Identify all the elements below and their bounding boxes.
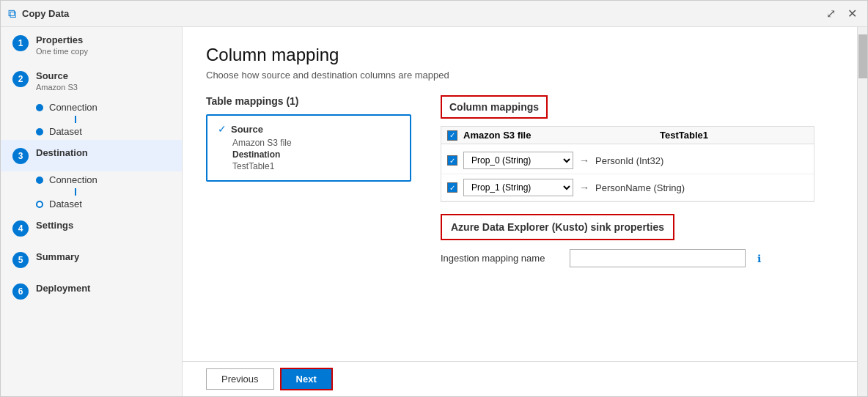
title-bar-title: Copy Data [22, 8, 69, 19]
content-area: 1 Properties One time copy 2 Source Amaz… [1, 27, 867, 396]
sidebar-subtitle-source: Amazon S3 [36, 83, 170, 92]
sidebar-item-settings[interactable]: 4 Settings [1, 212, 182, 244]
mapping-card-dest-value: TestTable1 [218, 161, 400, 171]
sidebar-label-properties: Properties [36, 34, 170, 45]
two-col-layout: Table mappings (1) ✓ Source Amazon S3 fi… [206, 95, 834, 267]
main-content: Column mapping Choose how source and des… [183, 27, 857, 361]
right-scrollbar-thumb [858, 34, 867, 78]
sidebar-item-properties[interactable]: 1 Properties One time copy [1, 27, 182, 63]
col-dest-value-0: PersonId (Int32) [595, 155, 663, 166]
col-dest-header: TestTable1 [660, 130, 708, 141]
table-mappings-section: Table mappings (1) ✓ Source Amazon S3 fi… [206, 95, 426, 267]
col-map-row-0: Prop_0 (String) → PersonId (Int32) [441, 147, 814, 174]
connector-dest [75, 188, 76, 196]
mapping-card-source-label: Source [231, 124, 263, 135]
column-mappings-header: Column mappings [441, 95, 548, 119]
sidebar-item-summary[interactable]: 5 Summary [1, 244, 182, 275]
sidebar-dest-dataset-label: Dataset [49, 198, 82, 209]
col-checkbox-1[interactable] [447, 182, 457, 193]
sink-row: Ingestion mapping name ℹ [441, 249, 834, 267]
dot-source-dataset [36, 128, 43, 136]
mapping-card[interactable]: ✓ Source Amazon S3 file Destination Test… [206, 114, 411, 182]
sidebar-number-source: 2 [12, 71, 29, 87]
col-source-select-0[interactable]: Prop_0 (String) [463, 152, 573, 169]
sidebar-number-deployment: 6 [12, 283, 29, 300]
sidebar-item-source[interactable]: 2 Source Amazon S3 [1, 63, 182, 99]
col-source-select-1[interactable]: Prop_1 (String) [463, 179, 573, 196]
col-map-header-row: Amazon S3 file TestTable1 [441, 127, 814, 144]
sidebar-number-summary: 5 [12, 252, 29, 268]
dot-source-connection [36, 104, 43, 111]
copy-data-icon: ⧉ [8, 7, 16, 21]
sidebar-dest-connection-label: Connection [49, 174, 98, 185]
sidebar-label-settings: Settings [36, 220, 170, 231]
title-bar-controls: ⤢ ✕ [823, 5, 860, 22]
column-mappings-section: Column mappings Amazon S3 file TestTable… [426, 95, 834, 267]
sidebar-label-source: Source [36, 70, 170, 81]
sidebar-number-properties: 1 [12, 35, 29, 51]
header-checkbox[interactable] [447, 130, 457, 141]
sidebar-subtitle-properties: One time copy [36, 47, 170, 56]
sidebar-number-settings: 4 [12, 220, 29, 237]
sidebar-source-connection[interactable]: Connection [36, 99, 182, 116]
expand-button[interactable]: ⤢ [823, 5, 839, 22]
mapping-card-source-value: Amazon S3 file [218, 138, 400, 148]
sidebar-item-content-settings: Settings [36, 220, 170, 231]
previous-button[interactable]: Previous [206, 368, 274, 390]
sidebar: 1 Properties One time copy 2 Source Amaz… [1, 27, 183, 396]
sidebar-source-connection-label: Connection [49, 102, 98, 113]
title-bar: ⧉ Copy Data ⤢ ✕ [1, 1, 867, 27]
page-title: Column mapping [206, 45, 834, 65]
sidebar-item-content-source: Source Amazon S3 [36, 70, 170, 92]
info-icon: ℹ [757, 253, 761, 264]
dot-dest-connection [36, 177, 43, 184]
sidebar-item-content-deployment: Deployment [36, 283, 170, 294]
sidebar-item-content-summary: Summary [36, 251, 170, 262]
right-scrollbar[interactable] [857, 27, 867, 396]
arrow-icon-0: → [579, 155, 589, 166]
column-mappings-table: Amazon S3 file TestTable1 Prop_0 (String… [441, 126, 814, 202]
sink-field-input-0[interactable] [570, 249, 746, 267]
sidebar-item-destination[interactable]: 3 Destination [1, 140, 182, 171]
sidebar-source-dataset-label: Dataset [49, 126, 82, 137]
sidebar-item-content-destination: Destination [36, 147, 170, 158]
footer: Previous Next [183, 361, 857, 396]
check-icon: ✓ [218, 123, 227, 135]
mapping-card-source-row: ✓ Source [218, 123, 400, 135]
sidebar-label-deployment: Deployment [36, 283, 170, 294]
sidebar-number-destination: 3 [12, 148, 29, 164]
sidebar-item-deployment[interactable]: 6 Deployment [1, 275, 182, 307]
sink-title: Azure Data Explorer (Kusto) sink propert… [441, 214, 674, 240]
app-window: ⧉ Copy Data ⤢ ✕ 1 Properties One time co… [0, 0, 868, 397]
sidebar-destination-subitems: Connection Dataset [1, 171, 182, 212]
sidebar-dest-dataset[interactable]: Dataset [36, 196, 182, 212]
sidebar-label-summary: Summary [36, 251, 170, 262]
close-button[interactable]: ✕ [845, 5, 860, 22]
col-source-header: Amazon S3 file [463, 130, 610, 141]
page-subtitle: Choose how source and destination column… [206, 70, 834, 81]
sink-section: Azure Data Explorer (Kusto) sink propert… [441, 214, 834, 267]
arrow-icon-1: → [579, 182, 589, 193]
dot-dest-dataset [36, 201, 43, 208]
mapping-card-dest-label: Destination [218, 149, 400, 160]
sink-field-label-0: Ingestion mapping name [441, 253, 558, 264]
sidebar-source-subitems: Connection Dataset [1, 99, 182, 140]
col-checkbox-0[interactable] [447, 155, 457, 166]
next-button[interactable]: Next [280, 368, 333, 390]
sidebar-item-content-properties: Properties One time copy [36, 34, 170, 56]
table-mappings-title: Table mappings (1) [206, 95, 426, 107]
sidebar-label-destination: Destination [36, 147, 170, 158]
sidebar-dest-connection[interactable]: Connection [36, 171, 182, 188]
title-bar-left: ⧉ Copy Data [8, 7, 69, 21]
sidebar-source-dataset[interactable]: Dataset [36, 123, 182, 140]
connector-source [75, 116, 76, 123]
col-map-row-1: Prop_1 (String) → PersonName (String) [441, 174, 814, 201]
col-dest-value-1: PersonName (String) [595, 182, 685, 193]
